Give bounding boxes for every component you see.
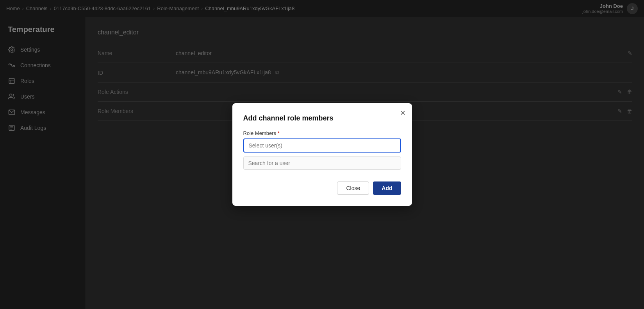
modal-title: Add channel role members: [243, 114, 401, 122]
close-modal-button[interactable]: Close: [337, 181, 369, 195]
add-role-members-modal: ✕ Add channel role members Role Members …: [232, 103, 412, 206]
required-indicator: *: [278, 130, 280, 136]
modal-close-button[interactable]: ✕: [400, 110, 406, 117]
search-user-input[interactable]: [243, 156, 401, 170]
select-users-input[interactable]: [243, 138, 401, 153]
role-members-label: Role Members *: [243, 130, 401, 136]
add-button[interactable]: Add: [373, 181, 401, 195]
modal-overlay: ✕ Add channel role members Role Members …: [0, 0, 644, 309]
modal-footer: Close Add: [243, 181, 401, 195]
